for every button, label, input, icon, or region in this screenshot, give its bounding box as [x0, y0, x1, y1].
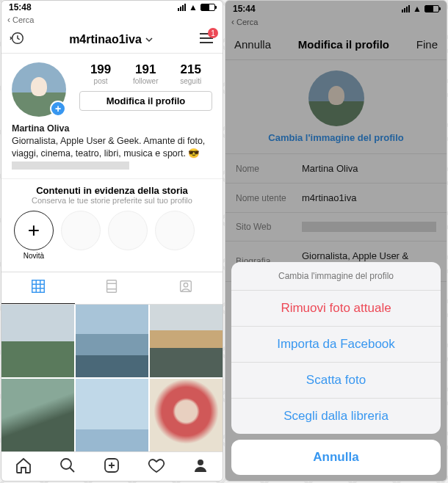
tab-feed[interactable]	[75, 272, 148, 304]
photo-thumbnail[interactable]	[150, 305, 223, 377]
action-sheet: Cambia l'immagine del profilo Rimuovi fo…	[231, 262, 441, 475]
notification-badge: 1	[208, 28, 218, 38]
add-highlight-button[interactable]: +	[14, 211, 54, 250]
sheet-title: Cambia l'immagine del profilo	[231, 262, 441, 291]
tab-grid[interactable]	[1, 272, 75, 304]
highlights-subtitle: Conserva le tue storie preferite sul tuo…	[12, 196, 212, 205]
sheet-choose-library[interactable]: Scegli dalla libreria	[231, 399, 441, 434]
bio-redacted	[12, 161, 129, 170]
nav-profile[interactable]	[192, 457, 209, 477]
nav-activity[interactable]	[148, 457, 165, 477]
chevron-down-icon	[145, 35, 153, 44]
stat-posts[interactable]: 199 post	[90, 62, 111, 85]
edit-profile-screen: 15:44 ▲ ‹ Cerca Annulla Modifica il prof…	[225, 0, 447, 482]
wifi-icon: ▲	[189, 2, 198, 12]
chevron-left-icon: ‹	[7, 15, 10, 25]
svg-point-4	[184, 283, 188, 288]
svg-point-7	[198, 460, 203, 465]
highlights-title: Contenuti in evidenza della storia	[12, 185, 212, 196]
sheet-take-photo[interactable]: Scatta foto	[231, 363, 441, 399]
add-highlight-label: Novità	[14, 252, 54, 260]
tab-tagged[interactable]	[149, 272, 223, 304]
svg-rect-2	[107, 280, 117, 293]
photo-thumbnail[interactable]	[150, 379, 223, 451]
username-dropdown[interactable]: m4rtinao1iva	[69, 33, 153, 46]
photo-thumbnail[interactable]	[76, 379, 148, 451]
photo-thumbnail[interactable]	[1, 305, 74, 377]
bio-text: Giornalista, Apple User & Geek. Amante d…	[12, 136, 205, 159]
nav-home[interactable]	[15, 457, 32, 477]
back-label: Cerca	[12, 15, 34, 24]
nav-search[interactable]	[59, 457, 76, 477]
status-bar: 15:48 ▲	[1, 1, 223, 15]
edit-profile-button[interactable]: Modifica il profilo	[79, 91, 212, 111]
archive-icon[interactable]	[9, 30, 25, 49]
svg-point-5	[61, 459, 71, 469]
sheet-import-facebook[interactable]: Importa da Facebook	[231, 327, 441, 363]
status-time: 15:48	[9, 2, 32, 12]
signal-icon	[178, 4, 186, 11]
photo-thumbnail[interactable]	[76, 305, 148, 377]
profile-avatar[interactable]: +	[12, 62, 66, 117]
nav-add[interactable]	[103, 457, 120, 477]
highlight-placeholder	[61, 211, 101, 250]
menu-button[interactable]: 1	[198, 31, 215, 48]
sheet-remove-photo[interactable]: Rimuovi foto attuale	[231, 291, 441, 327]
profile-screen: 15:48 ▲ ‹ Cerca m4rtinao1iva 1	[1, 0, 223, 482]
svg-rect-1	[32, 280, 45, 293]
battery-icon	[200, 4, 215, 11]
highlight-placeholder	[108, 211, 148, 250]
photo-thumbnail[interactable]	[1, 379, 74, 451]
bio-name: Martina Oliva	[12, 123, 212, 135]
stat-following[interactable]: 215 seguiti	[180, 62, 201, 85]
add-story-icon[interactable]: +	[50, 101, 66, 117]
photo-grid	[1, 305, 223, 451]
stat-followers[interactable]: 191 follower	[133, 62, 158, 85]
header-username: m4rtinao1iva	[69, 33, 142, 46]
sheet-cancel[interactable]: Annulla	[231, 440, 441, 475]
back-to-search[interactable]: ‹ Cerca	[1, 15, 223, 27]
highlight-placeholder	[155, 211, 195, 250]
